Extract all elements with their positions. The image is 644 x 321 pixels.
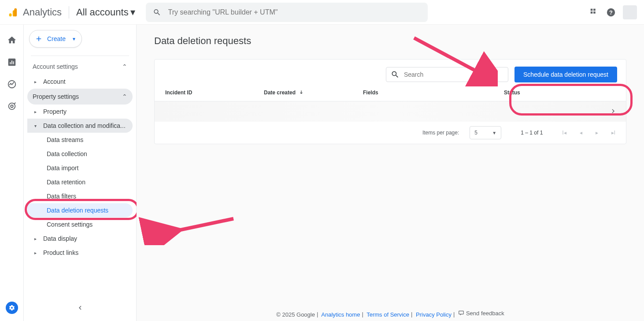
app-header: Analytics All accounts ▾ ? bbox=[0, 0, 644, 25]
property-settings-group[interactable]: Property settings ⌃ bbox=[27, 89, 133, 105]
account-picker-label: All accounts bbox=[76, 7, 129, 18]
page-footer: © 2025 Google| Analytics home| Terms of … bbox=[137, 310, 644, 318]
nav-label: Property bbox=[43, 108, 67, 115]
svg-rect-7 bbox=[593, 11, 596, 14]
nav-data-retention[interactable]: Data retention bbox=[27, 175, 133, 189]
nav-account[interactable]: ▸ Account bbox=[27, 75, 133, 89]
nav-property[interactable]: ▸ Property bbox=[27, 105, 133, 119]
apps-grid-icon[interactable] bbox=[589, 7, 599, 17]
explore-icon[interactable] bbox=[7, 79, 17, 89]
svg-line-18 bbox=[150, 219, 233, 236]
avatar[interactable] bbox=[623, 5, 637, 19]
svg-rect-11 bbox=[10, 62, 11, 64]
svg-rect-19 bbox=[459, 311, 464, 314]
triangle-right-icon: ▸ bbox=[34, 250, 39, 255]
advertising-icon[interactable] bbox=[7, 101, 17, 111]
svg-rect-0 bbox=[9, 13, 12, 16]
caret-down-icon: ▼ bbox=[72, 37, 76, 41]
col-status[interactable]: Status bbox=[504, 90, 615, 96]
feedback-icon bbox=[458, 310, 464, 316]
arrow-down-icon bbox=[298, 90, 304, 96]
reports-icon[interactable] bbox=[7, 57, 17, 67]
copyright: © 2025 Google bbox=[276, 311, 315, 317]
nav-label: Product links bbox=[43, 249, 78, 256]
pager: I◂ ◂ ▸ ▸I bbox=[562, 130, 615, 136]
nav-label: Data collection and modifica... bbox=[43, 122, 126, 129]
global-search[interactable] bbox=[146, 3, 428, 22]
prev-page-icon[interactable]: ◂ bbox=[580, 130, 582, 136]
chevron-up-icon: ⌃ bbox=[122, 93, 127, 100]
send-feedback-button[interactable]: Send feedback bbox=[458, 310, 504, 317]
col-fields[interactable]: Fields bbox=[363, 90, 504, 96]
brand-name: Analytics bbox=[23, 7, 62, 18]
annotation-arrow-icon bbox=[137, 214, 247, 245]
svg-point-15 bbox=[8, 103, 15, 110]
nav-data-import[interactable]: Data import bbox=[27, 161, 133, 175]
chevron-right-icon bbox=[609, 107, 617, 116]
chevron-up-icon: ⌃ bbox=[122, 63, 127, 70]
next-page-icon[interactable]: ▸ bbox=[596, 130, 598, 136]
analytics-logo-icon bbox=[7, 6, 19, 19]
feedback-label: Send feedback bbox=[466, 310, 504, 317]
footer-tos-link[interactable]: Terms of Service bbox=[366, 311, 409, 317]
nav-consent-settings[interactable]: Consent settings bbox=[27, 217, 133, 231]
nav-rail bbox=[0, 25, 24, 321]
group-label: Account settings bbox=[33, 63, 78, 70]
admin-sidebar: Create ▼ Account settings ⌃ ▸ Account Pr… bbox=[24, 25, 137, 321]
group-label: Property settings bbox=[33, 93, 79, 100]
triangle-right-icon: ▸ bbox=[34, 109, 39, 114]
divider bbox=[69, 6, 69, 19]
divider bbox=[31, 56, 129, 56]
svg-rect-6 bbox=[591, 11, 593, 14]
footer-analytics-home-link[interactable]: Analytics home bbox=[321, 311, 360, 317]
nav-label: Account bbox=[43, 78, 66, 85]
svg-rect-5 bbox=[593, 8, 596, 11]
schedule-deletion-button[interactable]: Schedule data deletion request bbox=[514, 67, 617, 82]
caret-down-icon: ▾ bbox=[130, 7, 135, 18]
triangle-down-icon: ▾ bbox=[34, 123, 39, 128]
nav-data-collection-mod[interactable]: ▾ Data collection and modifica... bbox=[27, 119, 133, 133]
ipp-label: Items per page: bbox=[422, 130, 459, 136]
search-icon bbox=[391, 70, 400, 79]
nav-data-filters[interactable]: Data filters bbox=[27, 189, 133, 203]
account-picker[interactable]: All accounts ▾ bbox=[76, 7, 135, 18]
search-icon bbox=[153, 8, 161, 17]
triangle-right-icon: ▸ bbox=[34, 79, 39, 84]
triangle-right-icon: ▸ bbox=[34, 236, 39, 241]
last-page-icon[interactable]: ▸I bbox=[611, 130, 615, 136]
col-date-created[interactable]: Date created bbox=[264, 90, 363, 96]
collapse-sidebar-icon[interactable] bbox=[76, 304, 84, 313]
nav-data-streams[interactable]: Data streams bbox=[27, 133, 133, 147]
page-range: 1 – 1 of 1 bbox=[521, 130, 543, 136]
svg-rect-13 bbox=[13, 61, 14, 64]
nav-data-display[interactable]: ▸ Data display bbox=[27, 231, 133, 246]
svg-text:?: ? bbox=[609, 9, 613, 15]
nav-data-collection[interactable]: Data collection bbox=[27, 147, 133, 161]
page-title: Data deletion requests bbox=[154, 35, 626, 47]
requests-card: Schedule data deletion request Incident … bbox=[154, 59, 626, 144]
nav-data-deletion-requests[interactable]: Data deletion requests bbox=[27, 203, 133, 217]
account-settings-group[interactable]: Account settings ⌃ bbox=[27, 59, 133, 75]
svg-rect-4 bbox=[591, 8, 593, 11]
svg-rect-12 bbox=[11, 60, 12, 64]
footer-privacy-link[interactable]: Privacy Policy bbox=[416, 311, 452, 317]
caret-down-icon: ▼ bbox=[492, 131, 496, 135]
global-search-input[interactable] bbox=[168, 8, 421, 16]
items-per-page-select[interactable]: 5 ▼ bbox=[470, 126, 501, 139]
plus-icon bbox=[35, 35, 43, 43]
create-button[interactable]: Create ▼ bbox=[29, 30, 82, 48]
admin-gear-icon[interactable] bbox=[6, 302, 18, 314]
ipp-value: 5 bbox=[474, 130, 477, 136]
create-button-label: Create bbox=[47, 35, 66, 42]
main-content: Data deletion requests Schedule data del… bbox=[137, 25, 644, 321]
nav-label: Data display bbox=[43, 235, 77, 242]
home-icon[interactable] bbox=[7, 35, 17, 45]
first-page-icon[interactable]: I◂ bbox=[562, 130, 566, 136]
table-search[interactable] bbox=[386, 67, 508, 82]
table-search-input[interactable] bbox=[404, 71, 503, 78]
nav-product-links[interactable]: ▸ Product links bbox=[27, 246, 133, 260]
col-incident-id[interactable]: Incident ID bbox=[165, 90, 264, 96]
table-row[interactable] bbox=[155, 101, 626, 122]
table-header: Incident ID Date created Fields Status bbox=[155, 90, 626, 101]
help-icon[interactable]: ? bbox=[606, 7, 616, 17]
